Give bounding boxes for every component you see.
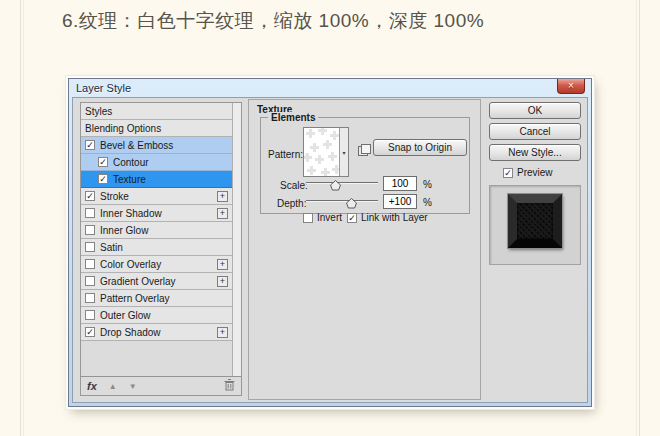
depth-slider[interactable] xyxy=(306,196,378,206)
style-label: Drop Shadow xyxy=(100,327,161,338)
dialog-titlebar[interactable]: Layer Style xyxy=(69,79,591,97)
style-checkbox[interactable]: ✓ xyxy=(85,191,95,201)
style-checkbox[interactable] xyxy=(85,276,95,286)
style-label: Pattern Overlay xyxy=(100,293,169,304)
pattern-picker[interactable]: ▾ xyxy=(303,127,349,177)
scale-slider-thumb[interactable] xyxy=(330,177,341,188)
preview-checkbox-box[interactable]: ✓ xyxy=(503,168,513,178)
style-checkbox[interactable] xyxy=(85,259,95,269)
style-label: Bevel & Emboss xyxy=(100,140,173,151)
snap-to-origin-button[interactable]: Snap to Origin xyxy=(373,139,467,156)
close-button[interactable]: × xyxy=(557,79,585,94)
style-list-item[interactable]: ✓ Contour xyxy=(81,154,232,171)
expand-plus-icon[interactable]: + xyxy=(217,259,228,270)
style-label: Color Overlay xyxy=(100,259,161,270)
style-checkbox[interactable] xyxy=(85,225,95,235)
style-checkbox[interactable] xyxy=(85,208,95,218)
dialog-body: Styles Blending Options ✓ Bevel & Emboss… xyxy=(72,97,588,403)
link-with-layer-label: Link with Layer xyxy=(361,212,428,223)
elements-group-label: Elements xyxy=(268,112,318,123)
style-preview-texture xyxy=(517,203,553,239)
style-checkbox[interactable] xyxy=(85,293,95,303)
move-effect-down-icon[interactable]: ▼ xyxy=(129,382,137,391)
scale-value-input[interactable] xyxy=(383,176,417,191)
layer-style-dialog: Layer Style × Styles Blending Options ✓ … xyxy=(68,78,592,407)
close-icon: × xyxy=(568,80,574,91)
style-label: Gradient Overlay xyxy=(100,276,176,287)
depth-label: Depth: xyxy=(277,198,306,209)
style-label: Stroke xyxy=(100,191,129,202)
style-checkbox[interactable] xyxy=(85,310,95,320)
style-checkbox[interactable] xyxy=(85,242,95,252)
style-label: Inner Shadow xyxy=(100,208,162,219)
styles-footer-toolbar: fx ▲ ▼ xyxy=(81,376,241,395)
style-label: Blending Options xyxy=(85,123,161,134)
style-checkbox[interactable]: ✓ xyxy=(85,140,95,150)
style-list-item[interactable]: Outer Glow xyxy=(81,307,232,324)
expand-plus-icon[interactable]: + xyxy=(217,327,228,338)
new-style-label: New Style... xyxy=(508,147,561,158)
style-list-item[interactable]: Pattern Overlay xyxy=(81,290,232,307)
style-list-item[interactable]: ✓ Drop Shadow + xyxy=(81,324,232,341)
pattern-thumbnail xyxy=(304,128,340,176)
style-label: Contour xyxy=(113,157,149,168)
move-effect-up-icon[interactable]: ▲ xyxy=(109,382,117,391)
style-label: Inner Glow xyxy=(100,225,148,236)
fx-menu-icon[interactable]: fx xyxy=(87,380,97,392)
ok-button[interactable]: OK xyxy=(489,102,581,119)
style-list-item[interactable]: Satin xyxy=(81,239,232,256)
invert-checkbox-box[interactable] xyxy=(303,213,313,223)
expand-plus-icon[interactable]: + xyxy=(217,208,228,219)
styles-list-scrollbar[interactable] xyxy=(232,103,241,376)
link-with-layer-checkbox-box[interactable]: ✓ xyxy=(347,213,357,223)
styles-panel: Styles Blending Options ✓ Bevel & Emboss… xyxy=(80,102,242,396)
page-border-left-inner xyxy=(23,0,24,436)
new-pattern-preset-icon[interactable] xyxy=(358,142,371,160)
page-border-right xyxy=(639,0,640,436)
scale-unit: % xyxy=(423,179,432,190)
new-style-button[interactable]: New Style... xyxy=(489,144,581,161)
preview-checkbox[interactable]: ✓ Preview xyxy=(503,167,553,178)
style-checkbox[interactable]: ✓ xyxy=(98,174,108,184)
style-list-item[interactable]: ✓ Bevel & Emboss xyxy=(81,137,232,154)
style-label: Outer Glow xyxy=(100,310,151,321)
style-list-item[interactable]: Inner Glow xyxy=(81,222,232,239)
style-list-item[interactable]: ✓ Texture xyxy=(81,171,232,188)
expand-plus-icon[interactable]: + xyxy=(217,191,228,202)
ok-label: OK xyxy=(528,105,542,116)
invert-checkbox[interactable]: Invert xyxy=(303,212,342,223)
delete-effect-icon[interactable] xyxy=(224,377,235,395)
scale-label: Scale: xyxy=(280,180,308,191)
chevron-down-icon: ▾ xyxy=(342,150,345,156)
style-list-item[interactable]: Styles xyxy=(81,103,232,120)
style-checkbox[interactable]: ✓ xyxy=(98,157,108,167)
depth-value-input[interactable] xyxy=(383,194,417,209)
scale-slider[interactable] xyxy=(306,178,378,188)
pattern-dropdown[interactable]: ▾ xyxy=(339,128,348,176)
style-list-item[interactable]: Gradient Overlay + xyxy=(81,273,232,290)
style-label: Satin xyxy=(100,242,123,253)
page-border-right-inner xyxy=(636,0,637,436)
elements-group: Elements Pattern: xyxy=(260,117,470,214)
style-checkbox[interactable]: ✓ xyxy=(85,327,95,337)
style-preview-thumbnail xyxy=(508,194,562,248)
preview-label: Preview xyxy=(517,167,553,178)
style-list-item[interactable]: Inner Shadow + xyxy=(81,205,232,222)
cancel-label: Cancel xyxy=(519,126,550,137)
style-label: Texture xyxy=(113,174,146,185)
link-with-layer-checkbox[interactable]: ✓ Link with Layer xyxy=(347,212,428,223)
depth-slider-thumb[interactable] xyxy=(346,195,357,206)
styles-list: Styles Blending Options ✓ Bevel & Emboss… xyxy=(81,103,232,341)
style-list-item[interactable]: Blending Options xyxy=(81,120,232,137)
style-preview-box xyxy=(489,185,581,265)
cancel-button[interactable]: Cancel xyxy=(489,123,581,140)
dialog-title: Layer Style xyxy=(76,82,131,94)
style-list-item[interactable]: ✓ Stroke + xyxy=(81,188,232,205)
pattern-label: Pattern: xyxy=(268,149,303,160)
style-label: Styles xyxy=(85,106,112,117)
texture-options-panel: Texture Elements Pattern: xyxy=(248,99,481,400)
tutorial-step-heading: 6.纹理：白色十字纹理，缩放 100%，深度 100% xyxy=(62,8,484,34)
expand-plus-icon[interactable]: + xyxy=(217,276,228,287)
style-list-item[interactable]: Color Overlay + xyxy=(81,256,232,273)
invert-label: Invert xyxy=(317,212,342,223)
